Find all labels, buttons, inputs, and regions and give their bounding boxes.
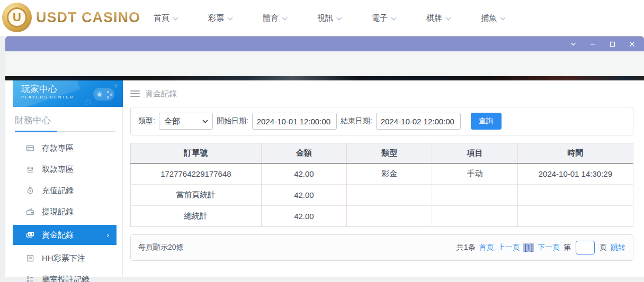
- col-time: 時間: [517, 143, 633, 163]
- main-nav: 首頁 彩票 體育 視訊 電子 棋牌: [139, 0, 521, 36]
- withdrawal-record-icon: [25, 207, 34, 216]
- hamburger-icon[interactable]: [130, 90, 140, 97]
- maximize-icon[interactable]: [609, 40, 616, 48]
- type-label: 類型:: [138, 116, 155, 126]
- end-date-input[interactable]: [376, 113, 461, 130]
- col-item: 項目: [432, 143, 517, 163]
- app-window: 玩家中心 PLAYERS CENTER 財務中心: [5, 36, 644, 277]
- cell-label: 總統計: [131, 206, 262, 227]
- nav-label: 視訊: [317, 13, 333, 23]
- sidebar-item-label: 廳室投註記錄: [42, 275, 90, 282]
- filter-bar: 類型: 全部 開始日期: 結束日期: 查詢: [130, 107, 633, 135]
- section-underline: [15, 131, 115, 132]
- jump-link[interactable]: 跳转: [611, 243, 625, 252]
- cell-type: 彩金: [347, 163, 432, 185]
- sidebar-item-recharge-record[interactable]: 充值記錄: [13, 180, 117, 201]
- coin-letter: U: [7, 7, 27, 28]
- sidebar-menu: 存款專區 取款專區 充值記錄: [13, 138, 122, 282]
- chevron-down-icon: [336, 17, 342, 21]
- cell-label: 當前頁統計: [131, 185, 262, 206]
- sidebar-item-deposit[interactable]: 存款專區: [13, 138, 117, 159]
- page-title: 資金記錄: [145, 89, 177, 99]
- deposit-icon: [25, 144, 34, 153]
- sidebar-section: 財務中心: [13, 107, 122, 132]
- page-number-input[interactable]: [576, 241, 595, 254]
- page-suffix-label: 页: [600, 243, 607, 252]
- pager: 共1条 首页 上一页 [1] 下一页 第 页 跳转: [457, 241, 625, 254]
- sidebar: 玩家中心 PLAYERS CENTER 財務中心: [5, 80, 123, 277]
- current-page-badge: [1]: [523, 243, 534, 252]
- select-chevron-icon: [202, 120, 208, 123]
- chevron-right-icon: ›: [106, 231, 109, 239]
- hall-bet-record-icon: [25, 275, 34, 282]
- funds-record-icon: [25, 231, 34, 240]
- cell-empty: [432, 185, 517, 206]
- table-row-page-total: 當前頁統計 42.00: [131, 185, 633, 206]
- col-type: 類型: [347, 143, 432, 163]
- withdraw-icon: [25, 165, 34, 174]
- cell-amount: 42.00: [261, 163, 346, 185]
- chevron-down-icon: [227, 17, 233, 21]
- sidebar-item-withdraw[interactable]: 取款專區: [13, 159, 117, 180]
- lottery-bet-icon: [25, 254, 34, 263]
- sidebar-section-title: 財務中心: [15, 114, 122, 126]
- nav-label: 捕魚: [481, 13, 497, 23]
- nav-item-cards[interactable]: 棋牌: [412, 13, 466, 23]
- table-row: 1727764229177648 42.00 彩金 手动 2024-10-01 …: [131, 163, 633, 185]
- cell-empty: [517, 185, 633, 206]
- banner-strip: [5, 76, 644, 80]
- sidebar-item-label: 取款專區: [42, 165, 74, 175]
- gamepad-icon: [84, 84, 118, 105]
- cell-amount: 42.00: [261, 185, 346, 206]
- sidebar-item-label: 提現記錄: [42, 207, 74, 217]
- pagination-bar: 每頁顯示20條 共1条 首页 上一页 [1] 下一页 第 页 跳转: [130, 234, 633, 261]
- nav-label: 首頁: [154, 13, 169, 23]
- nav-label: 彩票: [208, 13, 224, 23]
- col-order-no: 訂單號: [131, 143, 262, 163]
- chevron-down-icon: [173, 17, 178, 21]
- nav-label: 棋牌: [426, 13, 442, 23]
- nav-item-fishing[interactable]: 捕魚: [466, 13, 521, 23]
- nav-label: 體育: [263, 13, 279, 23]
- type-select[interactable]: 全部: [159, 113, 213, 130]
- sidebar-header: 玩家中心 PLAYERS CENTER: [13, 80, 123, 107]
- main-content: 資金記錄 類型: 全部 開始日期: 結束日期: 查詢: [123, 80, 644, 277]
- next-page-link[interactable]: 下一页: [538, 243, 560, 252]
- sidebar-item-label: 資金記錄: [42, 230, 74, 240]
- nav-item-live[interactable]: 視訊: [302, 13, 357, 23]
- close-icon[interactable]: [628, 40, 636, 48]
- prev-page-link[interactable]: 上一页: [497, 243, 520, 252]
- brand-name: USDT CASINO: [36, 10, 140, 26]
- page-header: 資金記錄: [130, 80, 633, 107]
- per-page-label: 每頁顯示20條: [138, 243, 184, 252]
- page-prefix-label: 第: [564, 243, 571, 252]
- sidebar-item-hall-bet-record[interactable]: 廳室投註記錄: [13, 269, 117, 282]
- sidebar-item-withdrawal-record[interactable]: 提現記錄: [13, 201, 117, 222]
- minimize-icon[interactable]: [589, 40, 596, 48]
- nav-item-sports[interactable]: 體育: [248, 13, 302, 23]
- sidebar-item-hh-lottery-bet[interactable]: HH彩票下注: [13, 248, 117, 269]
- chevron-down-icon: [391, 17, 397, 21]
- cell-order-no: 1727764229177648: [131, 163, 262, 185]
- nav-item-slots[interactable]: 電子: [357, 13, 412, 23]
- start-date-input[interactable]: [252, 113, 337, 130]
- cell-empty: [347, 185, 432, 206]
- nav-label: 電子: [372, 13, 388, 23]
- cell-empty: [347, 206, 432, 227]
- sidebar-item-label: 存款專區: [42, 143, 74, 153]
- first-page-link[interactable]: 首页: [479, 243, 494, 252]
- left-frame-strip: [0, 36, 5, 282]
- search-button[interactable]: 查詢: [471, 113, 502, 130]
- nav-item-lottery[interactable]: 彩票: [193, 13, 248, 23]
- sidebar-item-funds-record[interactable]: 資金記錄 ›: [13, 225, 117, 245]
- cell-empty: [517, 206, 633, 227]
- page: U USDT CASINO 首頁 彩票 體育 視訊 電子: [0, 0, 644, 282]
- nav-item-home[interactable]: 首頁: [139, 13, 193, 23]
- recharge-icon: [25, 186, 34, 195]
- cell-empty: [432, 206, 517, 227]
- cell-time: 2024-10-01 14:30:29: [517, 163, 633, 185]
- total-count: 共1条: [457, 243, 476, 252]
- window-body: 玩家中心 PLAYERS CENTER 財務中心: [5, 80, 644, 277]
- brand-logo[interactable]: U USDT CASINO: [2, 3, 140, 32]
- window-dropdown-icon[interactable]: [569, 40, 577, 48]
